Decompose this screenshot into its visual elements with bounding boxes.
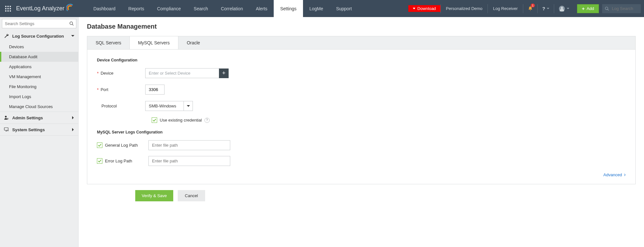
nav-support[interactable]: Support [330, 0, 358, 17]
svg-rect-5 [10, 8, 11, 9]
error-log-input[interactable] [148, 156, 230, 166]
add-button[interactable]: Add [577, 4, 599, 13]
svg-rect-4 [7, 8, 9, 9]
verify-save-button[interactable]: Verify & Save [135, 190, 173, 201]
chevron-right-icon [72, 128, 74, 131]
sidebar-header-log-source[interactable]: Log Source Configuration [0, 30, 78, 42]
tab-sql-servers[interactable]: SQL Servers [87, 36, 130, 49]
sidebar-section-log-source: Log Source Configuration Devices Databas… [0, 30, 78, 112]
sidebar-header-system[interactable]: System Settings [0, 124, 78, 135]
user-avatar-icon [559, 5, 565, 12]
log-search-wrap [602, 4, 644, 13]
nav-compliance[interactable]: Compliance [151, 0, 187, 17]
nav-settings[interactable]: Settings [274, 0, 303, 17]
svg-point-10 [561, 7, 563, 9]
nav-alerts[interactable]: Alerts [249, 0, 274, 17]
sidebar-item-manage-cloud[interactable]: Manage Cloud Sources [0, 102, 78, 112]
sidebar-item-import-logs[interactable]: Import Logs [0, 92, 78, 102]
user-gear-icon [4, 115, 9, 120]
form-area: Device Configuration *Device + *Port Pro… [87, 50, 636, 184]
nav-search[interactable]: Search [187, 0, 214, 17]
sidebar-header-admin[interactable]: Admin Settings [0, 112, 78, 124]
app-grid-icon[interactable] [0, 6, 16, 12]
sidebar-item-file-monitoring[interactable]: File Monitoring [0, 82, 78, 92]
svg-point-13 [70, 22, 73, 25]
svg-rect-8 [10, 10, 11, 12]
nav-dashboard[interactable]: Dashboard [87, 0, 122, 17]
notification-badge: 1 [531, 4, 535, 7]
svg-point-15 [5, 116, 6, 117]
sidebar-item-applications[interactable]: Applications [0, 62, 78, 72]
error-log-checkbox[interactable] [97, 158, 102, 164]
svg-rect-7 [7, 10, 9, 12]
sidebar-item-devices[interactable]: Devices [0, 42, 78, 52]
app-logo[interactable]: EventLog Analyzer [16, 3, 74, 14]
general-log-checkbox[interactable] [97, 142, 102, 148]
required-mark: * [97, 71, 99, 76]
use-existing-checkbox[interactable] [152, 117, 157, 123]
svg-point-11 [605, 7, 608, 9]
nav-correlation[interactable]: Correlation [214, 0, 249, 17]
svg-rect-2 [10, 6, 11, 7]
chevron-down-icon [71, 34, 74, 38]
user-menu[interactable] [554, 4, 574, 13]
row-port: *Port [97, 85, 626, 95]
nav-logme[interactable]: LogMe [303, 0, 330, 17]
wrench-icon [4, 33, 9, 39]
log-receiver-link[interactable]: Log Receiver [488, 4, 523, 13]
tab-oracle[interactable]: Oracle [178, 36, 208, 49]
search-settings-wrap [2, 19, 76, 28]
svg-rect-6 [5, 10, 6, 12]
protocol-select[interactable]: SMB-Windows [145, 101, 193, 111]
svg-point-18 [8, 130, 8, 131]
help-icon: ? [542, 6, 545, 11]
sidebar-section-label: System Settings [12, 127, 45, 132]
svg-line-14 [72, 24, 73, 25]
svg-line-12 [608, 9, 609, 10]
general-log-label: General Log Path [97, 142, 148, 148]
content-area: Database Management SQL Servers MySQL Se… [79, 17, 644, 247]
required-mark: * [97, 87, 99, 92]
general-log-input[interactable] [148, 140, 230, 150]
add-device-button[interactable]: + [219, 69, 229, 78]
top-header: EventLog Analyzer Dashboard Reports Comp… [0, 0, 644, 17]
svg-rect-0 [5, 6, 6, 7]
sidebar-section-system: System Settings [0, 124, 78, 136]
help-tooltip-icon[interactable]: ? [204, 118, 210, 123]
db-tabs: SQL Servers MySQL Servers Oracle [87, 36, 636, 50]
notification-bell-icon[interactable]: 1 [523, 4, 537, 13]
row-protocol: Protocol SMB-Windows [97, 101, 626, 111]
search-icon[interactable] [69, 21, 74, 26]
advanced-link[interactable]: Advanced [603, 172, 626, 178]
page-title: Database Management [87, 23, 636, 30]
svg-point-16 [7, 118, 8, 119]
button-row: Verify & Save Cancel [135, 190, 636, 201]
logs-config-heading: MySQL Server Logs Configuration [97, 130, 626, 134]
app-name: EventLog Analyzer [16, 5, 64, 12]
chevron-down-icon [184, 101, 193, 111]
tab-mysql-servers[interactable]: MySQL Servers [129, 36, 178, 49]
device-input[interactable] [145, 68, 219, 78]
row-general-log: General Log Path [97, 140, 626, 150]
row-device: *Device + [97, 68, 626, 78]
personalized-demo-link[interactable]: Personalized Demo [440, 4, 488, 13]
download-button[interactable]: Download [408, 5, 440, 12]
sidebar-item-vm-management[interactable]: VM Management [0, 72, 78, 82]
search-icon [605, 6, 609, 11]
sidebar-section-label: Admin Settings [12, 115, 43, 120]
port-label: *Port [97, 87, 145, 92]
error-log-label: Error Log Path [97, 158, 148, 164]
nav-reports[interactable]: Reports [122, 0, 151, 17]
sidebar-section-label: Log Source Configuration [12, 34, 64, 39]
sidebar: Log Source Configuration Devices Databas… [0, 17, 79, 247]
svg-rect-17 [4, 128, 8, 130]
port-input[interactable] [145, 85, 165, 95]
device-label: *Device [97, 71, 145, 76]
cancel-button[interactable]: Cancel [178, 190, 205, 201]
device-config-heading: Device Configuration [97, 58, 626, 62]
search-settings-input[interactable] [2, 19, 69, 28]
row-use-existing: Use existing credential ? [152, 117, 626, 123]
sidebar-item-database-audit[interactable]: Database Audit [0, 52, 78, 62]
help-menu[interactable]: ? [537, 4, 554, 13]
sidebar-section-admin: Admin Settings [0, 112, 78, 124]
